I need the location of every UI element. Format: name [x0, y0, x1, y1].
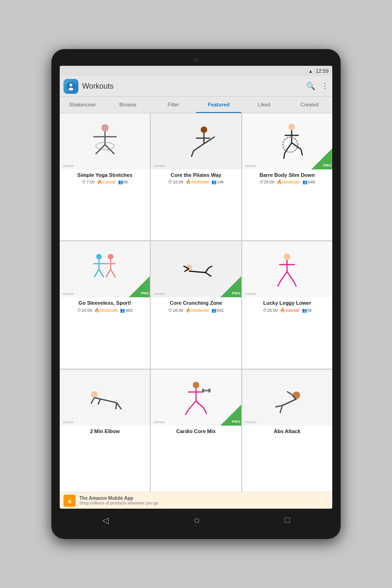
meta-count-sleeveless: 👥 402 — [120, 308, 133, 313]
tab-shakerciser[interactable]: Shakerciser — [60, 97, 105, 113]
workout-card-sleeveless[interactable]: PRO shimble Go Sleeveless, Sport! ⏱ 20:0… — [60, 241, 150, 368]
svg-line-57 — [196, 401, 204, 408]
meta-intensity-squat: 🔥 Intense — [280, 308, 300, 313]
more-icon[interactable]: ⋮ — [321, 82, 329, 91]
meta-time-barre: ⏱ 25:00 — [259, 180, 275, 184]
status-bar: ▲ 12:59 — [60, 66, 332, 76]
tab-featured[interactable]: Featured — [196, 97, 241, 113]
card-title-abs: Abs Attack — [245, 428, 329, 434]
svg-point-23 — [96, 254, 102, 259]
workout-card-core-pilates[interactable]: shimble Core the Pilates Way ⏱ 15:00 🔥 M… — [151, 113, 241, 240]
card-title-elbow: 2 Min Elbow — [63, 428, 147, 434]
action-bar-icons: 🔍 ⋮ — [306, 82, 329, 91]
workout-card-simple-yoga[interactable]: shimble Simple Yoga Stretches ⏱ 7:00 🔥 C… — [60, 113, 150, 240]
card-info-yoga: Simple Yoga Stretches ⏱ 7:00 🔥 Casual 👥 … — [60, 169, 150, 240]
svg-line-26 — [94, 269, 99, 277]
camera — [194, 57, 198, 62]
svg-line-21 — [301, 149, 302, 155]
card-info-pilates: Core the Pilates Way ⏱ 15:00 🔥 Moderate … — [151, 169, 241, 240]
nav-recent-button[interactable]: □ — [285, 515, 290, 525]
svg-line-14 — [191, 151, 194, 157]
meta-time-squat: ⏱ 25:00 — [263, 308, 278, 313]
action-bar: Workouts 🔍 ⋮ — [60, 76, 332, 97]
tab-bar: Shakerciser Browse Filter Featured Liked… — [60, 97, 332, 113]
meta-intensity-barre: 🔥 Moderate — [277, 180, 300, 184]
workout-card-barre[interactable]: PRO shimble Barre Body Slim Down ⏱ 25:00… — [242, 113, 332, 240]
card-image-pilates: shimble — [151, 113, 241, 169]
card-title-barre: Barre Body Slim Down — [245, 172, 329, 178]
watermark-cardio: shimble — [154, 420, 165, 424]
workout-card-cardio[interactable]: PRO shimble Cardio Core Mix — [151, 370, 241, 492]
tablet-device: ▲ 12:59 Workouts 🔍 ⋮ Shakerciser — [51, 49, 341, 539]
amazon-logo: a — [63, 495, 76, 507]
nav-back-button[interactable]: ◁ — [102, 515, 109, 525]
svg-line-12 — [194, 144, 204, 151]
card-info-sleeveless: Go Sleeveless, Sport! ⏱ 20:00 🔥 Moderate… — [60, 297, 150, 368]
time-display: 12:59 — [315, 68, 329, 74]
watermark-plank: shimble — [63, 420, 74, 424]
app-title: Workouts — [82, 82, 302, 91]
card-title-sleeveless: Go Sleeveless, Sport! — [63, 300, 147, 306]
tab-browse[interactable]: Browse — [105, 97, 150, 113]
svg-line-44 — [287, 272, 294, 282]
nav-home-button[interactable]: ○ — [194, 514, 200, 526]
svg-point-2 — [69, 88, 73, 91]
svg-point-3 — [101, 124, 109, 132]
svg-line-46 — [294, 282, 296, 287]
pro-label-sleeveless: PRO — [141, 291, 149, 295]
tab-created[interactable]: Created — [287, 97, 332, 113]
card-info-cardio: Cardio Core Mix — [151, 426, 241, 492]
svg-point-28 — [108, 254, 113, 259]
workout-card-lucky-leggy[interactable]: shimble Lucky Leggy Lower ⏱ 25:00 🔥 Inte… — [242, 241, 332, 368]
search-icon[interactable]: 🔍 — [306, 82, 315, 91]
svg-line-50 — [98, 399, 100, 405]
svg-line-45 — [278, 282, 280, 287]
svg-line-58 — [185, 410, 188, 415]
svg-point-9 — [201, 126, 207, 133]
card-meta-crunch: ⏱ 18:30 🔥 Moderate 👥 541 — [154, 308, 238, 313]
workout-card-abs[interactable]: shimble Abs Attack — [242, 370, 332, 492]
watermark-yoga: shimble — [63, 164, 74, 168]
workout-card-elbow[interactable]: shimble 2 Min Elbow — [60, 370, 150, 492]
card-image-barre: PRO shimble — [242, 113, 332, 169]
card-image-yoga: shimble — [60, 113, 150, 169]
card-meta-barre: ⏱ 25:00 🔥 Moderate 👥 549 — [245, 180, 329, 184]
svg-line-43 — [280, 272, 287, 282]
watermark-sleeveless: shimble — [63, 292, 74, 295]
card-title-cardio: Cardio Core Mix — [154, 428, 238, 434]
pro-label-crunch: PRO — [232, 291, 240, 295]
card-image-crunch: PRO shimble — [151, 241, 241, 297]
card-title-squat: Lucky Leggy Lower — [245, 300, 329, 306]
screen: ▲ 12:59 Workouts 🔍 ⋮ Shakerciser — [60, 66, 332, 509]
watermark-squat: shimble — [245, 292, 256, 295]
ad-subtitle: Shop millions of products wherever you g… — [79, 501, 159, 505]
watermark-barre: shimble — [245, 164, 256, 168]
svg-line-49 — [91, 398, 94, 404]
svg-rect-61 — [202, 389, 204, 392]
pro-label-barre: PRO — [323, 163, 331, 168]
svg-line-68 — [280, 406, 282, 413]
workout-card-core-crunch[interactable]: PRO shimble Core Crunching Zone ⏱ 18:30 … — [151, 241, 241, 368]
svg-line-31 — [106, 269, 111, 277]
card-image-squat: shimble — [242, 241, 332, 297]
tab-filter[interactable]: Filter — [151, 97, 196, 113]
meta-count-squat: 👥 5k — [302, 308, 312, 313]
card-meta-yoga: ⏱ 7:00 🔥 Casual 👥 6k — [63, 180, 147, 184]
card-image-plank: shimble — [60, 370, 150, 426]
ad-banner[interactable]: a The Amazon Mobile App Shop millions of… — [60, 492, 332, 509]
meta-intensity-yoga: 🔥 Casual — [97, 180, 116, 184]
card-title-pilates: Core the Pilates Way — [154, 172, 238, 178]
meta-time-sleeveless: ⏱ 20:00 — [77, 308, 92, 313]
svg-line-27 — [99, 269, 104, 277]
meta-intensity-sleeveless: 🔥 Moderate — [94, 308, 118, 313]
svg-line-38 — [205, 273, 211, 276]
svg-point-53 — [193, 382, 199, 388]
card-image-sleeveless: PRO shimble — [60, 241, 150, 297]
svg-line-64 — [282, 399, 296, 406]
watermark-abs: shimble — [245, 420, 256, 424]
meta-time-crunch: ⏱ 18:30 — [168, 308, 183, 313]
tab-liked[interactable]: Liked — [241, 97, 287, 113]
svg-line-59 — [204, 408, 207, 414]
watermark-crunch: shimble — [154, 292, 165, 295]
card-meta-pilates: ⏱ 15:00 🔥 Moderate 👥 14k — [154, 180, 238, 184]
